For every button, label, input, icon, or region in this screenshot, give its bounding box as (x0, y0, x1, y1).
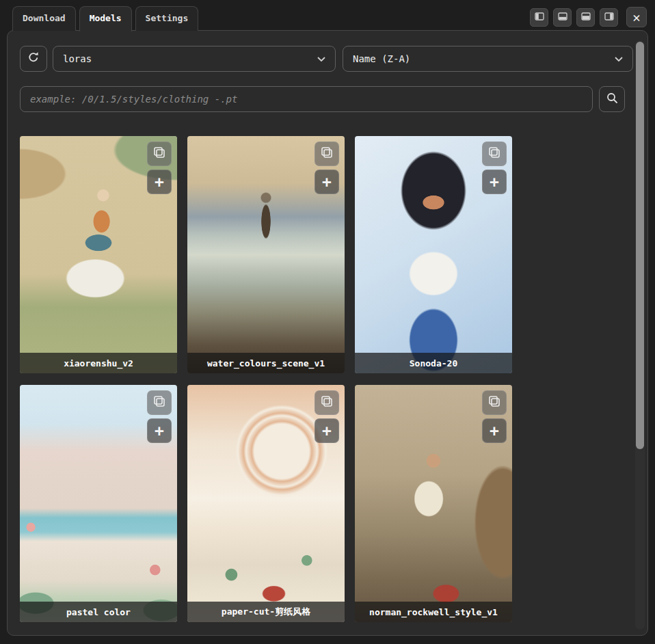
copy-button[interactable] (147, 390, 172, 415)
copy-button[interactable] (482, 142, 507, 166)
close-button[interactable]: ✕ (626, 7, 647, 27)
model-card[interactable]: + water_colours_scene_v1 (187, 136, 345, 373)
copy-icon (152, 394, 166, 411)
close-icon: ✕ (632, 10, 640, 25)
panel-bottom-large-icon (580, 11, 591, 25)
add-button[interactable]: + (147, 170, 172, 194)
search-input[interactable] (20, 86, 593, 112)
tab-bar: Download Models Settings (12, 6, 198, 31)
tab-download[interactable]: Download (12, 6, 76, 31)
plus-icon: + (490, 422, 499, 440)
model-name-label: Sonoda-20 (355, 353, 512, 373)
copy-icon (487, 146, 501, 162)
search-button[interactable] (599, 86, 625, 112)
model-card[interactable]: + paper-cut-剪纸风格 (187, 385, 345, 622)
chevron-down-icon (317, 53, 325, 64)
plus-icon: + (155, 422, 164, 440)
tab-models[interactable]: Models (79, 6, 132, 31)
model-name-label: norman_rockwell_style_v1 (355, 602, 512, 622)
copy-button[interactable] (147, 142, 172, 166)
tab-settings[interactable]: Settings (135, 6, 199, 31)
copy-button[interactable] (482, 390, 507, 415)
add-button[interactable]: + (315, 170, 339, 194)
window-layout-buttons (530, 8, 618, 27)
model-grid: + xiaorenshu_v2 + water_colours_scene_v1 (20, 136, 512, 622)
refresh-button[interactable] (20, 46, 47, 72)
plus-icon: + (322, 173, 332, 191)
models-panel: loras Name (Z-A) + xiaore (7, 30, 648, 636)
add-button[interactable]: + (315, 418, 339, 443)
sort-select[interactable]: Name (Z-A) (343, 46, 633, 72)
layout-bottom-large-button[interactable] (576, 8, 595, 27)
model-card[interactable]: + pastel color (20, 385, 177, 622)
plus-icon: + (490, 173, 499, 191)
plus-icon: + (322, 422, 332, 440)
copy-icon (320, 394, 334, 411)
search-icon (606, 92, 618, 107)
model-type-select[interactable]: loras (53, 46, 336, 72)
copy-icon (320, 146, 334, 162)
scrollbar-thumb[interactable] (636, 42, 644, 449)
add-button[interactable]: + (482, 170, 507, 194)
panel-right-icon (604, 11, 615, 25)
model-name-label: xiaorenshu_v2 (20, 353, 177, 373)
copy-icon (487, 394, 501, 411)
model-name-label: paper-cut-剪纸风格 (187, 602, 345, 622)
add-button[interactable]: + (147, 418, 172, 443)
copy-button[interactable] (315, 142, 339, 166)
model-name-label: water_colours_scene_v1 (187, 353, 345, 373)
model-card[interactable]: + xiaorenshu_v2 (20, 136, 177, 373)
model-type-value: loras (63, 53, 317, 64)
panel-bottom-icon (557, 11, 568, 25)
refresh-icon (27, 51, 40, 67)
model-name-label: pastel color (20, 602, 177, 622)
model-card[interactable]: + Sonoda-20 (355, 136, 512, 373)
layout-bottom-button[interactable] (553, 8, 572, 27)
sort-value: Name (Z-A) (353, 53, 615, 64)
add-button[interactable]: + (482, 418, 507, 443)
layout-right-button[interactable] (600, 8, 618, 27)
copy-icon (152, 146, 166, 162)
layout-left-button[interactable] (530, 8, 548, 27)
copy-button[interactable] (315, 390, 339, 415)
panel-left-icon (534, 11, 545, 25)
model-card[interactable]: + norman_rockwell_style_v1 (355, 385, 512, 622)
scrollbar[interactable] (635, 40, 645, 630)
plus-icon: + (155, 173, 164, 191)
chevron-down-icon (615, 53, 623, 64)
